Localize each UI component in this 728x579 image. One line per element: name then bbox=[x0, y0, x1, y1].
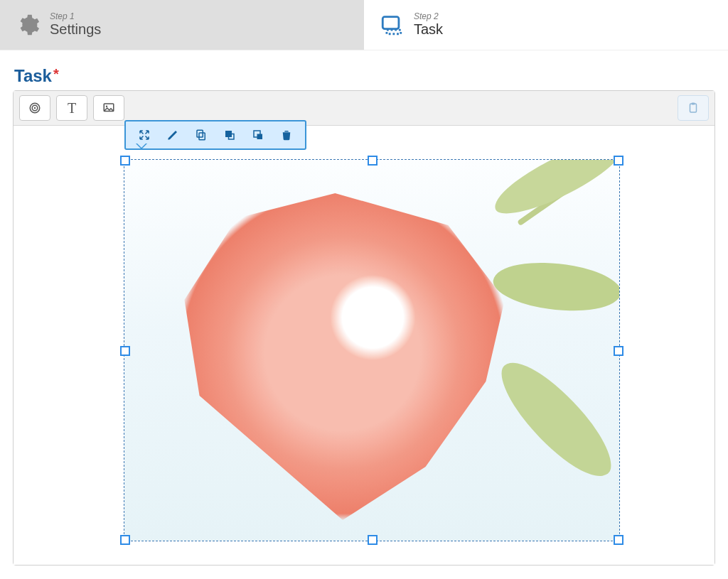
edit-button[interactable] bbox=[164, 127, 181, 143]
expand-button[interactable] bbox=[136, 127, 153, 143]
selected-image[interactable] bbox=[124, 159, 620, 541]
wizard-steps: Step 1 Settings Step 2 Task bbox=[0, 0, 728, 50]
svg-rect-8 bbox=[692, 103, 695, 105]
wizard-step-settings[interactable]: Step 1 Settings bbox=[0, 0, 364, 50]
resize-handle-bottom-right[interactable] bbox=[614, 535, 623, 545]
resize-handle-bottom-left[interactable] bbox=[120, 535, 130, 545]
selection-context-toolbar bbox=[124, 120, 306, 150]
gear-icon bbox=[16, 13, 40, 37]
text-tool-button[interactable]: T bbox=[56, 95, 87, 121]
resize-handle-bottom-middle[interactable] bbox=[368, 535, 378, 545]
step-big-label: Settings bbox=[50, 21, 101, 38]
svg-point-4 bbox=[34, 107, 36, 109]
step-small-label: Step 2 bbox=[414, 12, 443, 22]
resize-handle-right-middle[interactable] bbox=[614, 346, 623, 356]
send-back-icon bbox=[252, 129, 264, 141]
svg-rect-0 bbox=[382, 17, 399, 29]
svg-rect-1 bbox=[387, 30, 401, 34]
clipboard-button bbox=[678, 95, 709, 121]
editor-canvas[interactable] bbox=[14, 126, 714, 565]
trash-icon bbox=[280, 129, 293, 141]
svg-rect-7 bbox=[690, 104, 697, 112]
text-icon: T bbox=[68, 100, 76, 117]
copy-icon bbox=[195, 129, 208, 141]
editor: T bbox=[13, 90, 715, 566]
task-frame-icon bbox=[380, 13, 404, 37]
step-small-label: Step 1 bbox=[50, 12, 101, 22]
expand-icon bbox=[138, 129, 151, 141]
target-icon bbox=[28, 102, 41, 114]
resize-handle-top-left[interactable] bbox=[120, 156, 130, 166]
image-icon bbox=[102, 102, 115, 114]
resize-handle-top-middle[interactable] bbox=[368, 156, 378, 166]
required-asterisk: * bbox=[53, 66, 59, 82]
section-title-text: Task bbox=[14, 66, 52, 85]
section-title: Task* bbox=[14, 66, 715, 86]
svg-rect-10 bbox=[197, 130, 203, 137]
copy-button[interactable] bbox=[193, 127, 210, 143]
wizard-step-task[interactable]: Step 2 Task bbox=[364, 0, 728, 50]
resize-handle-left-middle[interactable] bbox=[120, 346, 130, 356]
image-tool-button[interactable] bbox=[93, 95, 124, 121]
clipboard-icon bbox=[687, 102, 700, 114]
bring-front-button[interactable] bbox=[221, 127, 238, 143]
pencil-icon bbox=[166, 129, 179, 141]
svg-rect-9 bbox=[199, 133, 205, 140]
step-big-label: Task bbox=[414, 21, 443, 38]
editor-toolbar: T bbox=[14, 91, 714, 126]
resize-handle-top-right[interactable] bbox=[614, 156, 623, 166]
svg-point-6 bbox=[106, 106, 107, 107]
delete-button[interactable] bbox=[278, 127, 295, 143]
bring-front-icon bbox=[223, 129, 236, 141]
target-tool-button[interactable] bbox=[19, 95, 50, 121]
send-back-button[interactable] bbox=[250, 127, 267, 143]
image-content bbox=[124, 160, 619, 541]
